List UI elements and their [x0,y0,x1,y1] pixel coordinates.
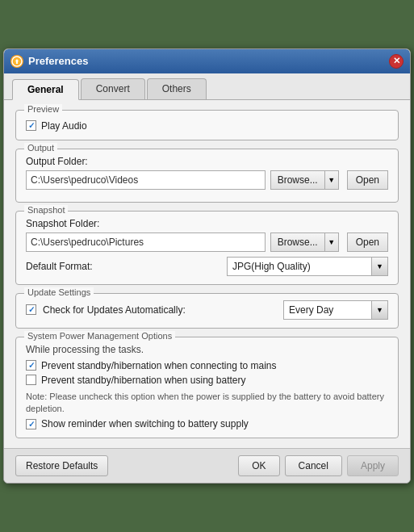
app-icon [10,55,23,68]
output-browse-button[interactable]: Browse... [270,170,324,190]
power-group-label: System Power Management Options [24,331,175,341]
power-option2-label: Prevent standby/hibernation when using b… [41,375,246,386]
svg-rect-1 [16,61,18,64]
output-folder-label: Output Folder: [26,156,388,167]
output-folder-input[interactable] [26,170,266,190]
power-desc: While processing the tasks. [26,344,388,355]
snapshot-folder-label: Snapshot Folder: [26,218,388,229]
output-folder-row: Browse... ▼ Open [26,170,388,190]
tab-general[interactable]: General [12,79,79,100]
tab-content: Preview Play Audio Output Output Folder:… [4,100,410,449]
title-bar-left: Preferences [10,55,88,68]
format-label: Default Format: [26,261,93,272]
window-title: Preferences [28,55,88,67]
output-group-label: Output [24,143,57,153]
power-note: Note: Please uncheck this option when th… [26,391,388,416]
power-option1-checkbox[interactable] [26,360,36,371]
output-open-button[interactable]: Open [347,170,388,190]
apply-button[interactable]: Apply [347,455,399,476]
update-frequency-arrow[interactable]: ▼ [371,301,387,319]
format-select[interactable]: JPG(High Quality) ▼ [227,257,388,276]
restore-defaults-button[interactable]: Restore Defaults [15,455,108,476]
bottom-bar: Restore Defaults OK Cancel Apply [4,448,410,483]
snapshot-group: Snapshot Snapshot Folder: Browse... ▼ Op… [15,211,399,285]
update-frequency-select[interactable]: Every Day ▼ [283,300,388,320]
format-value: JPG(High Quality) [228,261,371,272]
output-browse-arrow[interactable]: ▼ [324,170,339,190]
auto-update-checkbox[interactable] [26,304,36,315]
play-audio-checkbox[interactable] [26,120,36,131]
update-group-label: Update Settings [24,287,94,297]
snapshot-browse-button[interactable]: Browse... [270,232,324,252]
power-option2-row: Prevent standby/hibernation when using b… [26,375,388,386]
tab-convert[interactable]: Convert [81,78,145,99]
power-option2-checkbox[interactable] [26,375,36,385]
snapshot-browse-group: Browse... ▼ [270,232,339,252]
format-select-arrow[interactable]: ▼ [371,258,387,275]
power-option1-row: Prevent standby/hibernation when connect… [26,360,388,371]
snapshot-group-label: Snapshot [24,205,68,215]
preview-group-label: Preview [24,104,62,114]
power-option3-row: Show reminder when switching to battery … [26,418,388,429]
action-buttons: OK Cancel Apply [238,455,399,476]
snapshot-browse-arrow[interactable]: ▼ [324,232,339,252]
update-row: Check for Updates Automatically: Every D… [26,300,388,320]
output-browse-group: Browse... ▼ [270,170,339,190]
play-audio-row: Play Audio [26,120,388,132]
format-row: Default Format: JPG(High Quality) ▼ [26,257,388,276]
cancel-button[interactable]: Cancel [285,455,342,476]
tab-others[interactable]: Others [147,78,207,99]
close-button[interactable]: ✕ [389,54,404,69]
power-option1-label: Prevent standby/hibernation when connect… [41,360,277,371]
snapshot-folder-row: Browse... ▼ Open [26,232,388,252]
tab-bar: General Convert Others [4,73,410,100]
output-group: Output Output Folder: Browse... ▼ Open [15,149,399,203]
snapshot-open-button[interactable]: Open [347,232,388,252]
preferences-window: Preferences ✕ General Convert Others Pre… [3,48,411,484]
play-audio-label: Play Audio [41,120,87,132]
auto-update-label: Check for Updates Automatically: [43,304,186,316]
power-option3-checkbox[interactable] [26,419,36,429]
power-option3-label: Show reminder when switching to battery … [41,418,249,429]
power-group: System Power Management Options While pr… [15,337,399,439]
update-frequency-value: Every Day [284,304,371,316]
snapshot-folder-input[interactable] [26,232,266,252]
title-bar: Preferences ✕ [4,49,410,73]
ok-button[interactable]: OK [238,455,279,476]
update-group: Update Settings Check for Updates Automa… [15,293,399,329]
preview-group: Preview Play Audio [15,110,399,140]
